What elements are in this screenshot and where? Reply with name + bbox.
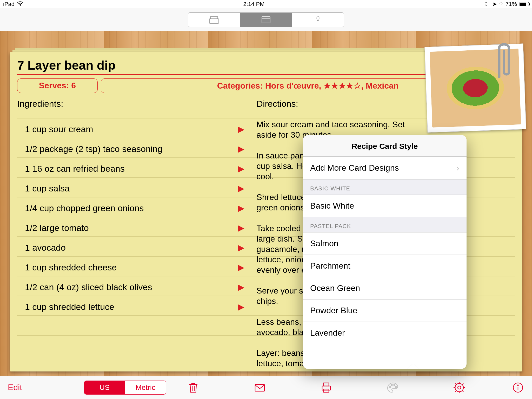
seg-box-view[interactable] [188, 13, 240, 27]
paperclip-icon [488, 39, 517, 81]
battery-percent: 71% [506, 1, 517, 8]
disclosure-icon: ▶ [238, 223, 244, 233]
ingredient-row[interactable]: 1 cup shredded lettuce▶ [17, 297, 246, 317]
seg-card-view[interactable] [240, 13, 292, 27]
style-option-label: Ocean Green [310, 283, 360, 293]
directions-heading: Directions: [256, 99, 424, 109]
moon-icon: ☾ [484, 1, 490, 8]
ingredient-row[interactable]: 1/2 large tomato▶ [17, 218, 246, 238]
disclosure-icon: ▶ [238, 203, 244, 213]
unit-us-button[interactable]: US [84, 381, 125, 394]
svg-point-12 [455, 383, 463, 392]
serves-chip[interactable]: Serves: 6 [17, 78, 98, 93]
style-option-row[interactable]: Powder Blue [303, 300, 467, 322]
svg-rect-7 [324, 389, 329, 392]
disclosure-icon: ▶ [238, 183, 244, 193]
svg-point-11 [395, 386, 396, 388]
style-option-row[interactable]: Lavender [303, 322, 467, 344]
ingredients-heading: Ingredients: [17, 99, 246, 109]
ingredient-text: 1/4 cup chopped green onions [25, 203, 238, 213]
disclosure-icon: ▶ [238, 302, 244, 312]
section-basic-white: BASIC WHITE [303, 179, 467, 195]
disclosure-icon: ▶ [238, 164, 244, 174]
wifi-icon [17, 1, 23, 8]
seg-whisk-view[interactable] [292, 13, 344, 27]
disclosure-icon: ▶ [238, 144, 244, 154]
ingredient-row[interactable]: 1 16 oz can refried beans▶ [17, 159, 246, 178]
style-option-label: Powder Blue [310, 306, 357, 315]
device-label: iPad [3, 1, 15, 8]
popover-title: Recipe Card Style [303, 135, 467, 157]
add-more-designs-row[interactable]: Add More Card Designs › [303, 157, 467, 179]
svg-rect-1 [209, 19, 219, 23]
disclosure-icon: ▶ [238, 262, 244, 272]
option-basic-white-label: Basic White [310, 201, 354, 211]
add-more-designs-label: Add More Card Designs [310, 163, 399, 173]
ingredient-row[interactable]: 1 cup sour cream▶ [17, 119, 246, 139]
ingredient-row[interactable]: 1 avocado▶ [17, 238, 246, 257]
ingredient-text: 1/2 package (2 tsp) taco seasoning [25, 144, 238, 154]
style-option-row[interactable]: Salmon [303, 232, 467, 255]
ingredient-row[interactable]: 1 cup salsa▶ [17, 178, 246, 198]
wood-board: 7 Layer bean dip Serves: 6 Categories: H… [0, 31, 532, 376]
ingredient-text: 1/2 large tomato [25, 223, 238, 233]
svg-point-15 [517, 385, 518, 385]
bottom-toolbar: Edit US Metric [0, 376, 532, 399]
clock: 2:14 PM [243, 1, 265, 8]
ingredient-text: 1 cup sour cream [25, 124, 238, 134]
info-button[interactable] [512, 381, 524, 394]
ingredient-text: 1 cup shredded lettuce [25, 302, 238, 312]
view-segmented-control [188, 12, 344, 27]
ingredient-row[interactable]: 1/4 cup chopped green onions▶ [17, 198, 246, 218]
settings-button[interactable] [453, 381, 466, 394]
section-pastel-pack: PASTEL PACK [303, 217, 467, 232]
battery-icon [520, 2, 529, 6]
svg-rect-2 [262, 17, 270, 23]
print-button[interactable] [320, 381, 332, 394]
ingredient-row[interactable]: 1/2 can (4 oz) sliced black olives▶ [17, 277, 246, 297]
unit-metric-button[interactable]: Metric [125, 381, 166, 394]
mail-button[interactable] [254, 381, 266, 394]
style-option-row[interactable]: Parchment [303, 255, 467, 277]
style-option-label: Salmon [310, 239, 338, 248]
ingredient-row[interactable]: 1/2 package (2 tsp) taco seasoning▶ [17, 139, 246, 159]
ingredient-text: 1 cup shredded cheese [25, 262, 238, 272]
status-bar: iPad 2:14 PM ☾ ➤ ⌔ 71% [0, 0, 532, 8]
disclosure-icon: ▶ [238, 243, 244, 252]
edit-button[interactable]: Edit [8, 383, 22, 392]
ingredient-text: 1 cup salsa [25, 183, 238, 194]
svg-point-0 [20, 5, 21, 6]
svg-point-9 [391, 384, 392, 385]
top-navbar [0, 8, 532, 31]
style-option-label: Lavender [310, 328, 345, 338]
svg-rect-6 [324, 383, 329, 386]
svg-rect-4 [255, 384, 264, 391]
ingredient-row[interactable]: 1 cup shredded cheese▶ [17, 257, 246, 277]
ingredient-text: 1/2 can (4 oz) sliced black olives [25, 282, 238, 292]
disclosure-icon: ▶ [238, 282, 244, 292]
bluetooth-icon: ⌔ [500, 1, 503, 8]
disclosure-icon: ▶ [238, 124, 244, 134]
option-basic-white[interactable]: Basic White [303, 195, 467, 217]
recipe-card-style-popover: Recipe Card Style Add More Card Designs … [303, 135, 467, 369]
trash-button[interactable] [187, 381, 200, 394]
svg-point-10 [394, 384, 395, 385]
palette-button[interactable] [387, 381, 399, 394]
style-option-row[interactable]: Ocean Green [303, 277, 467, 300]
svg-point-8 [389, 386, 391, 388]
ingredient-text: 1 16 oz can refried beans [25, 164, 238, 174]
chevron-right-icon: › [456, 163, 459, 173]
location-icon: ➤ [492, 1, 497, 8]
unit-segmented-control: US Metric [84, 381, 166, 395]
style-option-label: Parchment [310, 261, 350, 271]
svg-point-13 [458, 386, 461, 389]
ingredient-text: 1 avocado [25, 243, 238, 253]
